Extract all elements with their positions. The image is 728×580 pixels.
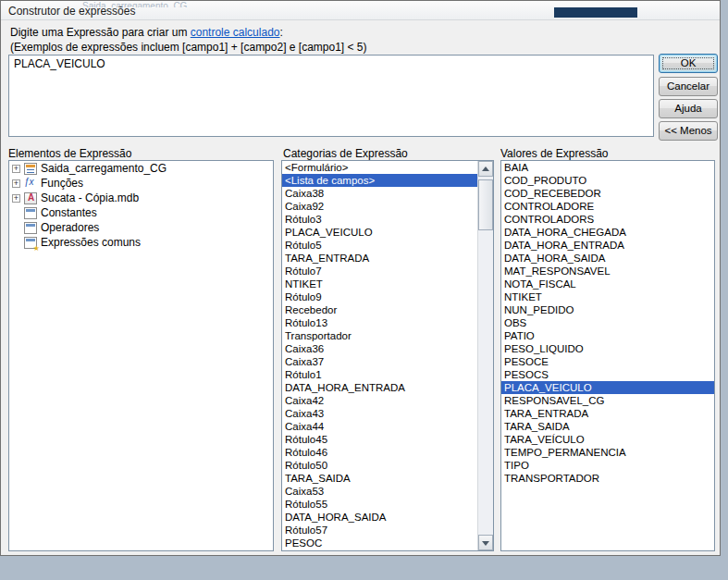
list-item[interactable]: DATA_HORA_ENTRADA: [282, 381, 477, 394]
list-item[interactable]: PESOCE: [501, 355, 714, 368]
instruction-before: Digite uma Expressão para criar um: [10, 26, 191, 39]
list-item[interactable]: DATA_HORA_CHEGADA: [501, 226, 714, 239]
categories-scrollbar[interactable]: [477, 161, 493, 550]
list-item[interactable]: PLACA_VEICULO: [501, 381, 714, 394]
list-item[interactable]: Caixa43: [282, 407, 477, 420]
scroll-thumb[interactable]: [478, 179, 493, 230]
list-item[interactable]: TARA_ENTRADA: [501, 407, 714, 420]
operators-icon: [24, 222, 37, 234]
help-button[interactable]: Ajuda: [659, 99, 718, 118]
list-item[interactable]: Rótulo3: [282, 213, 477, 226]
list-item[interactable]: COD_PRODUTO: [501, 174, 714, 187]
background-window-fragment: [554, 7, 637, 18]
list-item[interactable]: OBS: [501, 316, 714, 329]
list-item[interactable]: Rótulo50: [282, 459, 477, 472]
list-item[interactable]: Transportador: [282, 329, 477, 342]
list-item[interactable]: Caixa38: [282, 187, 477, 200]
common-expressions-icon: [24, 237, 37, 249]
list-item[interactable]: DATA_HORA_ENTRADA: [501, 239, 714, 252]
list-item[interactable]: NUN_PEDIDO: [501, 303, 714, 316]
list-item[interactable]: Recebedor: [282, 303, 477, 316]
list-item[interactable]: TIPO: [501, 459, 714, 472]
list-item[interactable]: PESOC: [282, 537, 477, 549]
list-item[interactable]: CONTROLADORE: [501, 200, 714, 213]
list-item[interactable]: MAT_RESPONSAVEL: [501, 265, 714, 278]
scroll-up-button[interactable]: [478, 161, 493, 177]
list-item[interactable]: RESPONSAVEL_CG: [501, 394, 714, 407]
list-item[interactable]: Rótulo7: [282, 265, 477, 278]
expand-icon[interactable]: +: [12, 165, 20, 173]
list-item[interactable]: BAIA: [501, 161, 714, 174]
database-icon: [24, 192, 37, 204]
list-item[interactable]: Rótulo9: [282, 290, 477, 303]
list-item[interactable]: TARA_VEÍCULO: [501, 433, 714, 446]
tree-item[interactable]: +Funções: [9, 176, 273, 191]
values-list: BAIACOD_PRODUTOCOD_RECEBEDORCONTROLADORE…: [501, 161, 714, 550]
less-button[interactable]: << Menos: [659, 121, 718, 141]
expression-input[interactable]: PLACA_VEICULO: [8, 55, 654, 137]
list-item[interactable]: DATA_HORA_SAIDA: [282, 511, 477, 524]
scroll-down-button[interactable]: [478, 535, 493, 550]
dialog-titlebar[interactable]: Construtor de expressões Saida_carregame…: [1, 1, 720, 20]
list-item[interactable]: PESOCS: [501, 368, 714, 381]
list-item[interactable]: <Formulário>: [282, 161, 477, 174]
tree-item-label: Funções: [41, 177, 83, 190]
list-item[interactable]: Caixa37: [282, 355, 477, 368]
ok-button[interactable]: OK: [659, 54, 718, 73]
background-window-caption: Saida_carregamento_CG: [82, 1, 249, 7]
list-item[interactable]: NTIKET: [282, 278, 477, 290]
expression-builder-dialog: Construtor de expressões Saida_carregame…: [0, 0, 721, 556]
tree-item[interactable]: Operadores: [9, 220, 273, 235]
instruction-after: :: [279, 26, 282, 39]
list-item[interactable]: PLACA_VEICULO: [282, 226, 477, 239]
functions-icon: [24, 178, 37, 190]
list-item[interactable]: Caixa92: [282, 200, 477, 213]
list-item[interactable]: Rótulo57: [282, 524, 477, 537]
list-item[interactable]: COD_RECEBEDOR: [501, 187, 714, 200]
cancel-button[interactable]: Cancelar: [659, 77, 718, 96]
tree-item[interactable]: Constantes: [9, 205, 273, 220]
list-item[interactable]: Rótulo13: [282, 316, 477, 329]
tree-item-label: Expressões comuns: [41, 236, 141, 249]
list-item[interactable]: Rótulo55: [282, 498, 477, 511]
tree-item[interactable]: +Saida_carregamento_CG: [9, 161, 273, 176]
list-item[interactable]: TARA_SAIDA: [501, 420, 714, 433]
list-item[interactable]: Rótulo5: [282, 239, 477, 252]
list-item[interactable]: TEMPO_PERMANENCIA: [501, 446, 714, 459]
tree-item[interactable]: +Sucata - Cópia.mdb: [9, 191, 273, 205]
list-item[interactable]: PATIO: [501, 329, 714, 342]
list-item[interactable]: Rótulo45: [282, 433, 477, 446]
list-item[interactable]: PESO_LIQUIDO: [501, 342, 714, 355]
constants-icon: [24, 207, 37, 219]
list-item[interactable]: CONTROLADORS: [501, 213, 714, 226]
list-item[interactable]: TARA_SAIDA: [282, 472, 477, 485]
calculated-control-link[interactable]: controle calculado: [191, 26, 280, 39]
list-item[interactable]: TRANSPORTADOR: [501, 472, 714, 485]
tree-item[interactable]: Expressões comuns: [9, 235, 273, 250]
arrow-down-icon: [482, 541, 489, 546]
desktop-background: Construtor de expressões Saida_carregame…: [0, 0, 728, 580]
values-column-label: Valores de Expressão: [500, 147, 609, 160]
list-item[interactable]: Caixa53: [282, 485, 477, 498]
list-item[interactable]: DATA_HORA_SAIDA: [501, 252, 714, 265]
list-item[interactable]: Rótulo1: [282, 368, 477, 381]
list-item[interactable]: NTIKET: [501, 290, 714, 303]
tree-item-label: Operadores: [41, 221, 99, 234]
tree-item-label: Saida_carregamento_CG: [41, 162, 167, 175]
categories-list: <Formulário><Lista de campos>Caixa38Caix…: [282, 161, 477, 550]
list-item[interactable]: NOTA_FISCAL: [501, 278, 714, 290]
expand-icon[interactable]: +: [12, 194, 20, 203]
list-item[interactable]: Caixa42: [282, 394, 477, 407]
list-item[interactable]: Rótulo46: [282, 446, 477, 459]
form-icon: [24, 163, 37, 175]
list-item[interactable]: Caixa44: [282, 420, 477, 433]
tree-item-label: Constantes: [41, 206, 97, 219]
expand-icon[interactable]: +: [12, 179, 20, 188]
list-item[interactable]: <Lista de campos>: [282, 174, 477, 187]
values-listbox: BAIACOD_PRODUTOCOD_RECEBEDORCONTROLADORE…: [500, 160, 715, 551]
arrow-up-icon: [482, 167, 489, 171]
list-item[interactable]: Caixa36: [282, 342, 477, 355]
categories-column-label: Categorias de Expressão: [283, 147, 408, 160]
instruction-text: Digite uma Expressão para criar um contr…: [10, 26, 283, 39]
list-item[interactable]: TARA_ENTRADA: [282, 252, 477, 265]
